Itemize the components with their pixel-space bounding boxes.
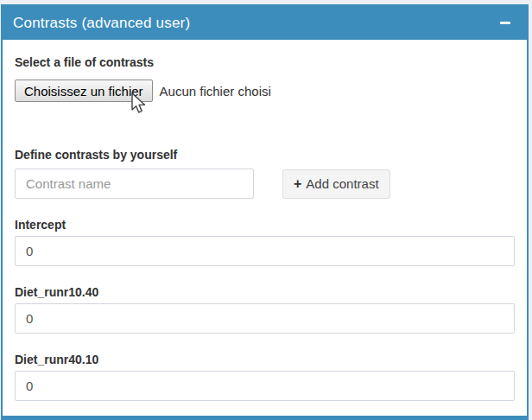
panel-title: Contrasts (advanced user): [13, 15, 190, 32]
contrast-field-diet-runr10-40: Diet_runr10.40: [15, 285, 515, 334]
plus-icon: +: [294, 176, 301, 192]
file-section: Select a file of contrasts Choisissez un…: [15, 55, 515, 102]
define-contrasts-section: Define contrasts by yourself + Add contr…: [15, 148, 515, 199]
define-section-label: Define contrasts by yourself: [15, 148, 515, 162]
collapse-button[interactable]: [494, 6, 516, 40]
file-input[interactable]: Choisissez un fichier Aucun fichier choi…: [15, 80, 515, 102]
page-background: Contrasts (advanced user) Select a file …: [0, 0, 532, 420]
minus-icon: [500, 22, 510, 24]
next-panel-header-edge: [1, 416, 529, 420]
contrast-field-diet-runr40-10: Diet_runr40.10: [15, 353, 515, 401]
add-contrast-label: Add contrast: [306, 176, 378, 191]
contrast-name-input[interactable]: [15, 169, 254, 199]
diet-runr10-40-label: Diet_runr10.40: [15, 285, 515, 299]
intercept-label: Intercept: [15, 218, 515, 232]
intercept-input[interactable]: [15, 236, 515, 266]
contrasts-panel: Contrasts (advanced user) Select a file …: [1, 4, 529, 420]
diet-runr40-10-input[interactable]: [15, 371, 515, 401]
file-section-label: Select a file of contrasts: [15, 55, 515, 69]
diet-runr40-10-label: Diet_runr40.10: [15, 353, 515, 366]
define-contrasts-row: + Add contrast: [15, 169, 515, 199]
add-contrast-button[interactable]: + Add contrast: [282, 169, 390, 199]
contrast-field-intercept: Intercept: [15, 218, 515, 266]
choose-file-button[interactable]: Choisissez un fichier: [15, 80, 153, 102]
panel-header: Contrasts (advanced user): [3, 6, 527, 40]
diet-runr10-40-input[interactable]: [15, 303, 515, 334]
panel-body: Select a file of contrasts Choisissez un…: [3, 40, 527, 401]
file-status-text: Aucun fichier choisi: [160, 84, 271, 99]
